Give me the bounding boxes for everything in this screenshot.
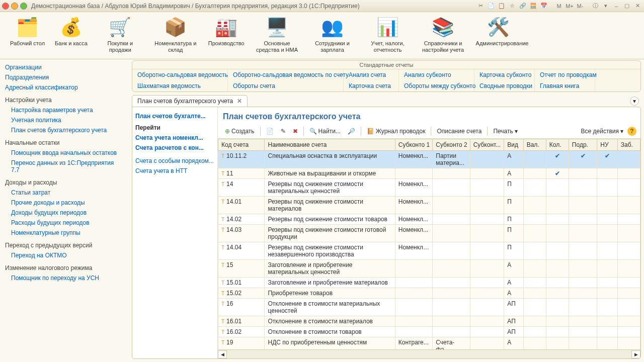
column-header[interactable]: Субконто 1 — [395, 139, 432, 151]
table-row[interactable]: Т11 Животные на выращивании и откорме А … — [218, 168, 640, 179]
toolbar-item-6[interactable]: 👥Сотрудники и зарплата — [305, 14, 360, 59]
find-button[interactable]: 🔍Найти... — [306, 126, 344, 136]
report-link[interactable]: Главная книга — [535, 80, 595, 92]
collapse-icon[interactable]: ▾ — [630, 97, 639, 106]
table-scroll[interactable]: Код счетаНаименование счетаСубконто 1Суб… — [218, 139, 640, 349]
close-window-icon[interactable] — [2, 3, 9, 10]
table-row[interactable]: Т15.02 Приобретение товаров А — [218, 288, 640, 299]
table-row[interactable]: Т16.02 Отклонение в стоимости товаров АП — [218, 327, 640, 337]
column-header[interactable]: Субконт... — [470, 139, 504, 151]
toolbar-item-0[interactable]: 🗂️Рабочий стол — [5, 14, 50, 59]
table-row[interactable]: Т16.01 Отклонение в стоимости материалов… — [218, 316, 640, 327]
sidebar-link[interactable]: Перенос данных из 1С:Предприятия 7.7 — [5, 158, 124, 175]
close-icon[interactable]: ✕ — [633, 2, 642, 11]
journal-button[interactable]: 📔Журнал проводок — [364, 126, 429, 136]
toolbar-item-3[interactable]: 📦Номенклатура и склад — [148, 14, 203, 59]
sidebar-link[interactable]: Помощник ввода начальных остатков — [5, 148, 124, 158]
column-header[interactable]: НУ — [597, 139, 618, 151]
memory-mminus[interactable]: M- — [576, 2, 585, 11]
max-icon[interactable]: ▢ — [622, 2, 631, 11]
nav-link[interactable]: Счета учета в НТТ — [135, 166, 214, 176]
sidebar-link[interactable]: Статьи затрат — [5, 188, 124, 198]
toolbar-item-8[interactable]: 📚Справочники и настройки учета — [416, 14, 471, 59]
nav-link[interactable]: Счета с особым порядком... — [135, 156, 214, 166]
sidebar-link[interactable]: Расходы будущих периодов — [5, 218, 124, 228]
sidebar-link[interactable]: Прочие доходы и расходы — [5, 198, 124, 208]
tab-chart-of-accounts[interactable]: План счетов бухгалтерского учета ✕ — [132, 95, 248, 107]
sidebar-link[interactable]: Организации — [5, 62, 124, 72]
report-link[interactable]: Обороты между субконто — [399, 80, 474, 92]
horizontal-scrollbar[interactable]: ◀ ▶ — [218, 349, 640, 358]
column-header[interactable]: Наименование счета — [265, 139, 395, 151]
column-header[interactable]: Вид — [504, 139, 523, 151]
report-link[interactable]: Сводные проводки — [474, 80, 535, 92]
memory-mplus[interactable]: M+ — [565, 2, 574, 11]
column-header[interactable]: Вал. — [523, 139, 546, 151]
calendar-icon[interactable]: 📅 — [539, 2, 548, 11]
help-icon[interactable]: ? — [627, 127, 636, 136]
tab-close-icon[interactable]: ✕ — [237, 98, 242, 105]
edit-button[interactable]: ✎ — [278, 126, 289, 136]
delete-button[interactable]: ✖ — [290, 126, 301, 136]
table-row[interactable]: Т10.11.2 Специальная оснастка в эксплуат… — [218, 151, 640, 168]
nav-link[interactable]: Счета учета номенкл... — [135, 133, 214, 143]
toolbar-item-4[interactable]: 🏭Производство — [203, 14, 250, 59]
nav-link[interactable]: Счета расчетов с кон... — [135, 143, 214, 153]
report-link[interactable]: Обороты счета — [228, 80, 344, 92]
table-row[interactable]: Т14.01 Резервы под снижение стоимости ма… — [218, 197, 640, 214]
toolbar-item-9[interactable]: 🛠️Администрирование — [471, 14, 526, 59]
maximize-window-icon[interactable] — [20, 3, 27, 10]
info-icon[interactable]: ⓘ — [591, 2, 600, 11]
scroll-right-icon[interactable]: ▶ — [631, 350, 640, 358]
table-row[interactable]: Т15.01 Заготовление и приобретение матер… — [218, 278, 640, 288]
column-header[interactable]: Код счета — [218, 139, 265, 151]
favorite-icon[interactable]: ☆ — [508, 2, 517, 11]
nav-link-active[interactable]: План счетов бухгалте... — [135, 111, 214, 121]
toolbar-item-7[interactable]: 📊Учет, налоги, отчетность — [360, 14, 416, 59]
table-row[interactable]: Т14 Резервы под снижение стоимости матер… — [218, 179, 640, 197]
column-header[interactable]: Заб. — [617, 139, 640, 151]
toolbar-item-2[interactable]: 🛒Покупки и продажи — [93, 14, 148, 59]
calc-icon[interactable]: 🧮 — [529, 2, 538, 11]
dropdown-icon[interactable]: ▾ — [601, 2, 610, 11]
print-button[interactable]: Печать ▾ — [490, 126, 520, 136]
sidebar-link[interactable]: Доходы будущих периодов — [5, 208, 124, 218]
report-link[interactable]: Анализ счета — [344, 69, 399, 80]
table-row[interactable]: Т15 Заготовление и приобретение материал… — [218, 260, 640, 278]
sidebar-link[interactable]: Номенклатурные группы — [5, 228, 124, 238]
table-row[interactable]: Т16 Отклонение в стоимости материальных … — [218, 299, 640, 316]
table-row[interactable]: Т19 НДС по приобретенным ценностям Контр… — [218, 337, 640, 350]
paste-icon[interactable]: 📋 — [497, 2, 506, 11]
table-row[interactable]: Т14.04 Резервы под снижение стоимости не… — [218, 242, 640, 260]
sidebar-link[interactable]: Подразделения — [5, 72, 124, 82]
table-row[interactable]: Т14.03 Резервы под снижение стоимости го… — [218, 225, 640, 242]
column-header[interactable]: Субконто 2 — [433, 139, 470, 151]
report-link[interactable]: Карточка субконто — [474, 69, 535, 80]
column-header[interactable]: Кол. — [546, 139, 569, 151]
min-icon[interactable]: – — [612, 2, 621, 11]
report-link[interactable]: Карточка счета — [344, 80, 399, 92]
create-button[interactable]: ⊕Создать — [222, 126, 258, 136]
report-link[interactable]: Шахматная ведомость — [132, 80, 228, 92]
links-icon[interactable]: 🔗 — [518, 2, 527, 11]
column-header[interactable]: Подр. — [569, 139, 597, 151]
report-link[interactable]: Оборотно-сальдовая ведомость по счету — [228, 69, 344, 80]
minimize-window-icon[interactable] — [11, 3, 18, 10]
copy-button[interactable]: 📄 — [263, 126, 277, 136]
all-actions-button[interactable]: Все действия ▾ — [578, 126, 626, 136]
report-link[interactable]: Оборотно-сальдовая ведомость — [132, 69, 228, 80]
cut-icon[interactable]: ✂ — [476, 2, 485, 11]
copy-icon[interactable]: 📄 — [487, 2, 496, 11]
report-link[interactable]: Анализ субконто — [399, 69, 474, 80]
scroll-left-icon[interactable]: ◀ — [218, 350, 227, 358]
clear-find-button[interactable]: 🔎 — [345, 126, 358, 136]
toolbar-item-1[interactable]: 💰Банк и касса — [50, 14, 93, 59]
table-row[interactable]: Т14.02 Резервы под снижение стоимости то… — [218, 214, 640, 225]
description-button[interactable]: Описание счета — [434, 126, 485, 136]
toolbar-item-5[interactable]: 🖥️Основные средства и НМА — [250, 14, 305, 59]
memory-m[interactable]: M — [554, 2, 564, 11]
sidebar-link[interactable]: Настройка параметров учета — [5, 105, 124, 115]
report-link[interactable]: Отчет по проводкам — [535, 69, 595, 80]
sidebar-link[interactable]: Переход на ОКТМО — [5, 250, 124, 260]
sidebar-link[interactable]: План счетов бухгалтерского учета — [5, 125, 124, 135]
